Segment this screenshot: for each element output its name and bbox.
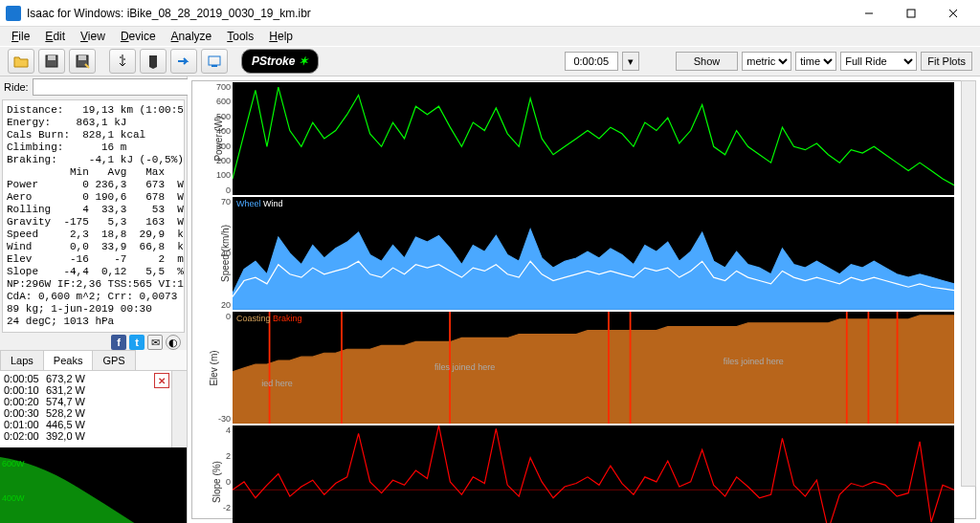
tab-peaks[interactable]: Peaks [43, 350, 94, 370]
close-button[interactable] [932, 0, 974, 27]
export-button[interactable] [201, 49, 228, 74]
peaks-scrollbar[interactable] [171, 371, 187, 447]
svg-rect-9 [212, 65, 217, 67]
toolbar: PStroke✶ ▾ Show metric time Full Ride Fi… [0, 46, 980, 76]
menu-analyze[interactable]: Analyze [164, 28, 220, 45]
peaks-close-button[interactable]: ✕ [154, 373, 169, 388]
units-select[interactable]: metric [742, 52, 791, 71]
time-step-button[interactable]: ▾ [622, 52, 639, 71]
list-item[interactable]: 0:00:30528,2 W [4, 407, 148, 419]
svg-rect-13 [608, 312, 610, 425]
svg-rect-10 [269, 312, 271, 425]
svg-rect-17 [897, 312, 899, 425]
list-item[interactable]: 0:00:10631,2 W [4, 384, 148, 396]
ride-input[interactable] [33, 78, 196, 96]
left-panel: Ride: Note Distance: 19,13 km (1:00:52) … [0, 76, 188, 523]
xaxis-mode-select[interactable]: time [795, 52, 836, 71]
svg-rect-7 [78, 55, 86, 60]
upload-button[interactable] [170, 49, 197, 74]
show-button[interactable]: Show [676, 52, 739, 71]
menu-bar: File Edit View Device Analyze Tools Help [0, 27, 980, 46]
bottom-tabs: Laps Peaks GPS [0, 350, 187, 371]
open-button[interactable] [8, 49, 34, 74]
svg-rect-1 [907, 10, 915, 17]
speed-chart[interactable]: Speed (km/h) 704020 Wheel Wind [233, 197, 954, 310]
minimize-button[interactable] [848, 0, 890, 27]
app-icon [6, 6, 21, 21]
fit-plots-button[interactable]: Fit Plots [921, 52, 972, 71]
window-title: Isaac for Windows: iBike_08_28_2019_0030… [27, 7, 848, 20]
list-item[interactable]: 0:01:00446,5 W [4, 419, 148, 430]
menu-file[interactable]: File [4, 28, 37, 45]
ride-label: Ride: [4, 81, 29, 93]
menu-edit[interactable]: Edit [37, 28, 73, 45]
power-chart[interactable]: Power (W) 7006005004003002001000 [233, 82, 954, 195]
globe-icon[interactable]: ◐ [166, 335, 181, 350]
svg-rect-8 [209, 56, 220, 65]
svg-rect-16 [868, 312, 870, 425]
power-yticks: 7006005004003002001000 [206, 82, 231, 195]
maximize-button[interactable] [890, 0, 932, 27]
menu-tools[interactable]: Tools [219, 28, 261, 45]
tab-gps[interactable]: GPS [92, 350, 135, 370]
facebook-icon[interactable]: f [111, 335, 126, 350]
save-as-button[interactable] [69, 49, 96, 74]
pstroke-button[interactable]: PStroke✶ [241, 49, 319, 74]
svg-rect-11 [341, 312, 343, 425]
svg-rect-15 [846, 312, 848, 425]
usb-button[interactable] [109, 49, 136, 74]
tab-laps[interactable]: Laps [0, 350, 44, 370]
time-window-input[interactable] [565, 52, 618, 71]
stats-panel: Distance: 19,13 km (1:00:52) Energy: 863… [2, 99, 185, 333]
chart-vscrollbar[interactable] [961, 80, 976, 487]
list-item[interactable]: 0:02:00392,0 W [4, 430, 148, 442]
twitter-icon[interactable]: t [129, 335, 145, 350]
title-bar: Isaac for Windows: iBike_08_28_2019_0030… [0, 0, 980, 27]
slope-chart[interactable]: Slope (%) 420-2-3 [233, 425, 954, 523]
peaks-list: 0:00:05673,2 W 0:00:10631,2 W 0:00:20574… [0, 371, 152, 447]
menu-device[interactable]: Device [113, 28, 164, 45]
elev-chart[interactable]: Elev (m) 0-30 Coasting Braking ied here … [233, 312, 954, 425]
list-item[interactable]: 0:00:20574,7 W [4, 396, 148, 407]
chart-area: Power (W) 7006005004003002001000 Speed (… [188, 76, 980, 523]
list-item[interactable]: 0:00:05673,2 W [4, 373, 148, 384]
menu-help[interactable]: Help [261, 28, 301, 45]
range-select[interactable]: Full Ride [840, 52, 917, 71]
save-button[interactable] [38, 49, 65, 74]
power-curve-mini[interactable]: 600W 400W 200W [0, 447, 187, 523]
device-button[interactable] [140, 49, 167, 74]
svg-rect-5 [48, 55, 56, 60]
mail-icon[interactable]: ✉ [147, 335, 163, 350]
svg-rect-14 [630, 312, 632, 425]
menu-view[interactable]: View [73, 28, 113, 45]
